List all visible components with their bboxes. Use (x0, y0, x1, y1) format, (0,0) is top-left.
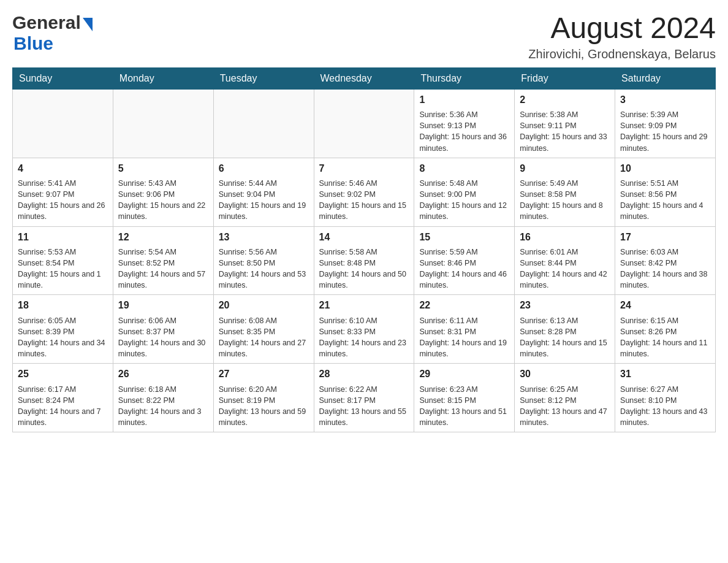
day-number: 10 (620, 162, 710, 175)
calendar-cell: 29Sunrise: 6:23 AMSunset: 8:15 PMDayligh… (414, 364, 515, 432)
calendar-cell: 26Sunrise: 6:18 AMSunset: 8:22 PMDayligh… (113, 364, 213, 432)
calendar-cell: 27Sunrise: 6:20 AMSunset: 8:19 PMDayligh… (213, 364, 314, 432)
days-of-week-row: SundayMondayTuesdayWednesdayThursdayFrid… (13, 67, 716, 89)
day-info: Sunrise: 5:39 AMSunset: 9:09 PMDaylight:… (620, 109, 710, 154)
day-info: Sunrise: 6:10 AMSunset: 8:33 PMDaylight:… (319, 315, 409, 360)
calendar-cell: 24Sunrise: 6:15 AMSunset: 8:26 PMDayligh… (615, 295, 716, 364)
calendar-cell: 28Sunrise: 6:22 AMSunset: 8:17 PMDayligh… (314, 364, 414, 432)
day-number: 16 (520, 231, 610, 244)
day-info: Sunrise: 6:20 AMSunset: 8:19 PMDaylight:… (219, 384, 309, 429)
day-info: Sunrise: 5:56 AMSunset: 8:50 PMDaylight:… (219, 247, 309, 291)
calendar-cell: 31Sunrise: 6:27 AMSunset: 8:10 PMDayligh… (615, 364, 716, 432)
day-number: 24 (620, 299, 710, 312)
day-number: 19 (118, 299, 208, 312)
calendar-cell (213, 89, 314, 158)
day-info: Sunrise: 5:44 AMSunset: 9:04 PMDaylight:… (219, 178, 309, 223)
calendar-cell: 23Sunrise: 6:13 AMSunset: 8:28 PMDayligh… (515, 295, 615, 364)
calendar-cell: 16Sunrise: 6:01 AMSunset: 8:44 PMDayligh… (515, 226, 615, 295)
day-number: 12 (118, 231, 208, 244)
calendar-cell: 22Sunrise: 6:11 AMSunset: 8:31 PMDayligh… (414, 295, 515, 364)
day-number: 14 (319, 231, 409, 244)
day-info: Sunrise: 5:59 AMSunset: 8:46 PMDaylight:… (419, 247, 509, 291)
calendar-cell: 19Sunrise: 6:06 AMSunset: 8:37 PMDayligh… (113, 295, 213, 364)
calendar-cell: 5Sunrise: 5:43 AMSunset: 9:06 PMDaylight… (113, 158, 213, 226)
day-info: Sunrise: 6:15 AMSunset: 8:26 PMDaylight:… (620, 315, 710, 360)
title-block: August 2024 Zhirovichi, Grodnenskaya, Be… (528, 12, 716, 61)
day-number: 18 (18, 299, 108, 312)
calendar-cell: 3Sunrise: 5:39 AMSunset: 9:09 PMDaylight… (615, 89, 716, 158)
day-info: Sunrise: 6:06 AMSunset: 8:37 PMDaylight:… (118, 315, 208, 360)
day-number: 9 (520, 162, 610, 175)
day-of-week-header: Friday (515, 67, 615, 89)
day-info: Sunrise: 5:46 AMSunset: 9:02 PMDaylight:… (319, 178, 409, 223)
calendar-cell (314, 89, 414, 158)
day-info: Sunrise: 6:25 AMSunset: 8:12 PMDaylight:… (520, 384, 610, 429)
calendar-cell: 11Sunrise: 5:53 AMSunset: 8:54 PMDayligh… (13, 226, 113, 295)
day-number: 4 (18, 162, 108, 175)
day-info: Sunrise: 5:49 AMSunset: 8:58 PMDaylight:… (520, 178, 610, 223)
day-info: Sunrise: 6:18 AMSunset: 8:22 PMDaylight:… (118, 384, 208, 429)
month-year-title: August 2024 (528, 12, 716, 45)
calendar-cell: 18Sunrise: 6:05 AMSunset: 8:39 PMDayligh… (13, 295, 113, 364)
day-info: Sunrise: 6:13 AMSunset: 8:28 PMDaylight:… (520, 315, 610, 360)
calendar-cell: 10Sunrise: 5:51 AMSunset: 8:56 PMDayligh… (615, 158, 716, 226)
calendar-cell: 25Sunrise: 6:17 AMSunset: 8:24 PMDayligh… (13, 364, 113, 432)
day-info: Sunrise: 6:03 AMSunset: 8:42 PMDaylight:… (620, 247, 710, 291)
calendar-cell: 13Sunrise: 5:56 AMSunset: 8:50 PMDayligh… (213, 226, 314, 295)
day-number: 1 (419, 93, 509, 107)
calendar-week-row: 11Sunrise: 5:53 AMSunset: 8:54 PMDayligh… (13, 226, 716, 295)
day-of-week-header: Wednesday (314, 67, 414, 89)
calendar-week-row: 18Sunrise: 6:05 AMSunset: 8:39 PMDayligh… (13, 295, 716, 364)
day-number: 31 (620, 367, 710, 381)
day-number: 5 (118, 162, 208, 175)
calendar-cell (113, 89, 213, 158)
day-number: 17 (620, 231, 710, 244)
day-of-week-header: Saturday (615, 67, 716, 89)
calendar-body: 1Sunrise: 5:36 AMSunset: 9:13 PMDaylight… (13, 89, 716, 432)
day-number: 20 (219, 299, 309, 312)
day-info: Sunrise: 5:41 AMSunset: 9:07 PMDaylight:… (18, 178, 108, 223)
day-number: 2 (520, 93, 610, 107)
day-info: Sunrise: 5:36 AMSunset: 9:13 PMDaylight:… (419, 109, 509, 154)
day-number: 25 (18, 367, 108, 381)
day-number: 8 (419, 162, 509, 175)
logo-blue-text: Blue (13, 33, 53, 53)
day-of-week-header: Monday (113, 67, 213, 89)
calendar-week-row: 1Sunrise: 5:36 AMSunset: 9:13 PMDaylight… (13, 89, 716, 158)
day-info: Sunrise: 5:54 AMSunset: 8:52 PMDaylight:… (118, 247, 208, 291)
calendar-cell: 1Sunrise: 5:36 AMSunset: 9:13 PMDaylight… (414, 89, 515, 158)
day-number: 13 (219, 231, 309, 244)
day-number: 23 (520, 299, 610, 312)
day-number: 22 (419, 299, 509, 312)
day-number: 30 (520, 367, 610, 381)
logo-general-text: General (12, 12, 81, 33)
day-number: 29 (419, 367, 509, 381)
day-info: Sunrise: 6:27 AMSunset: 8:10 PMDaylight:… (620, 384, 710, 429)
calendar-cell (13, 89, 113, 158)
day-info: Sunrise: 6:23 AMSunset: 8:15 PMDaylight:… (419, 384, 509, 429)
day-info: Sunrise: 6:01 AMSunset: 8:44 PMDaylight:… (520, 247, 610, 291)
day-number: 27 (219, 367, 309, 381)
day-info: Sunrise: 6:11 AMSunset: 8:31 PMDaylight:… (419, 315, 509, 360)
calendar-cell: 17Sunrise: 6:03 AMSunset: 8:42 PMDayligh… (615, 226, 716, 295)
day-info: Sunrise: 5:38 AMSunset: 9:11 PMDaylight:… (520, 109, 610, 154)
calendar-cell: 12Sunrise: 5:54 AMSunset: 8:52 PMDayligh… (113, 226, 213, 295)
calendar-cell: 7Sunrise: 5:46 AMSunset: 9:02 PMDaylight… (314, 158, 414, 226)
calendar-cell: 15Sunrise: 5:59 AMSunset: 8:46 PMDayligh… (414, 226, 515, 295)
calendar-cell: 2Sunrise: 5:38 AMSunset: 9:11 PMDaylight… (515, 89, 615, 158)
calendar-cell: 4Sunrise: 5:41 AMSunset: 9:07 PMDaylight… (13, 158, 113, 226)
day-of-week-header: Thursday (414, 67, 515, 89)
day-info: Sunrise: 5:48 AMSunset: 9:00 PMDaylight:… (419, 178, 509, 223)
day-number: 3 (620, 93, 710, 107)
location-subtitle: Zhirovichi, Grodnenskaya, Belarus (528, 47, 716, 61)
calendar-table: SundayMondayTuesdayWednesdayThursdayFrid… (12, 67, 716, 432)
calendar-cell: 30Sunrise: 6:25 AMSunset: 8:12 PMDayligh… (515, 364, 615, 432)
day-info: Sunrise: 5:53 AMSunset: 8:54 PMDaylight:… (18, 247, 108, 291)
calendar-header: SundayMondayTuesdayWednesdayThursdayFrid… (13, 67, 716, 89)
day-number: 15 (419, 231, 509, 244)
calendar-week-row: 25Sunrise: 6:17 AMSunset: 8:24 PMDayligh… (13, 364, 716, 432)
day-number: 6 (219, 162, 309, 175)
day-number: 7 (319, 162, 409, 175)
calendar-cell: 14Sunrise: 5:58 AMSunset: 8:48 PMDayligh… (314, 226, 414, 295)
page-header: General Blue August 2024 Zhirovichi, Gro… (12, 12, 716, 61)
